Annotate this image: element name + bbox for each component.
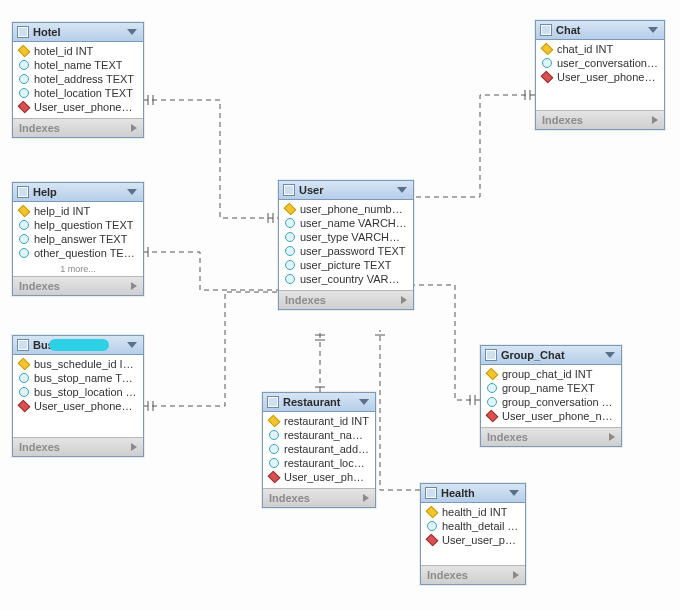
field-col: user_conversation TEXT: [536, 56, 664, 70]
field-list: group_chat_id INT group_name TEXT group_…: [481, 365, 621, 427]
field-list: chat_id INT user_conversation TEXT User_…: [536, 40, 664, 88]
fk-icon: [486, 410, 499, 423]
field-pk: help_id INT: [13, 204, 143, 218]
column-icon: [285, 274, 295, 284]
indexes-section[interactable]: Indexes: [421, 565, 525, 584]
collapse-icon[interactable]: [648, 27, 658, 33]
field-fk: User_user_phon...: [421, 533, 525, 547]
entity-bus[interactable]: Bus bus_schedule_id INT bus_stop_name TE…: [12, 335, 144, 457]
column-icon: [285, 232, 295, 242]
key-icon: [426, 506, 439, 519]
column-icon: [269, 444, 279, 454]
table-icon: [540, 24, 552, 36]
field-col: group_name TEXT: [481, 381, 621, 395]
expand-icon: [363, 494, 369, 502]
entity-title: Restaurant: [283, 396, 355, 408]
expand-icon: [131, 282, 137, 290]
collapse-icon[interactable]: [359, 399, 369, 405]
indexes-section[interactable]: Indexes: [13, 276, 143, 295]
entity-user[interactable]: User user_phone_number VAR... user_name …: [278, 180, 414, 310]
entity-health[interactable]: Health health_id INT health_detail TEXT …: [420, 483, 526, 585]
column-icon: [19, 387, 29, 397]
more-fields-label[interactable]: 1 more...: [13, 264, 143, 276]
key-icon: [541, 43, 554, 56]
field-col: user_password TEXT: [279, 244, 413, 258]
column-icon: [487, 383, 497, 393]
column-icon: [427, 521, 437, 531]
key-icon: [18, 205, 31, 218]
table-icon: [267, 396, 279, 408]
column-icon: [19, 373, 29, 383]
entity-header[interactable]: Health: [421, 484, 525, 503]
column-icon: [269, 430, 279, 440]
field-col: restaurant_address...: [263, 442, 375, 456]
indexes-section[interactable]: Indexes: [536, 110, 664, 129]
column-icon: [269, 458, 279, 468]
entity-title: Help: [33, 186, 123, 198]
entity-hotel[interactable]: Hotel hotel_id INT hotel_name TEXT hotel…: [12, 22, 144, 138]
expand-icon: [609, 433, 615, 441]
entity-restaurant[interactable]: Restaurant restaurant_id INT restaurant_…: [262, 392, 376, 508]
entity-header[interactable]: User: [279, 181, 413, 200]
redaction-mark: [49, 339, 109, 351]
expand-icon: [513, 571, 519, 579]
fk-icon: [268, 471, 281, 484]
field-col: user_picture TEXT: [279, 258, 413, 272]
indexes-section[interactable]: Indexes: [481, 427, 621, 446]
expand-icon: [401, 296, 407, 304]
indexes-section[interactable]: Indexes: [13, 118, 143, 137]
entity-chat[interactable]: Chat chat_id INT user_conversation TEXT …: [535, 20, 665, 130]
indexes-section[interactable]: Indexes: [13, 437, 143, 456]
field-list: bus_schedule_id INT bus_stop_name TEXT b…: [13, 355, 143, 417]
field-col: bus_stop_name TEXT: [13, 371, 143, 385]
collapse-icon[interactable]: [127, 342, 137, 348]
fk-icon: [541, 71, 554, 84]
field-list: help_id INT help_question TEXT help_answ…: [13, 202, 143, 264]
field-fk: User_user_phone_numb...: [13, 100, 143, 114]
field-list: restaurant_id INT restaurant_name T... r…: [263, 412, 375, 488]
field-col: help_answer TEXT: [13, 232, 143, 246]
key-icon: [486, 368, 499, 381]
table-icon: [425, 487, 437, 499]
entity-title: Group_Chat: [501, 349, 601, 361]
field-list: user_phone_number VAR... user_name VARCH…: [279, 200, 413, 290]
table-icon: [283, 184, 295, 196]
column-icon: [542, 58, 552, 68]
column-icon: [19, 60, 29, 70]
indexes-section[interactable]: Indexes: [279, 290, 413, 309]
entity-header[interactable]: Restaurant: [263, 393, 375, 412]
collapse-icon[interactable]: [509, 490, 519, 496]
field-pk: health_id INT: [421, 505, 525, 519]
fk-icon: [18, 400, 31, 413]
column-icon: [285, 246, 295, 256]
entity-title: Hotel: [33, 26, 123, 38]
key-icon: [18, 358, 31, 371]
collapse-icon[interactable]: [127, 29, 137, 35]
field-col: health_detail TEXT: [421, 519, 525, 533]
column-icon: [19, 74, 29, 84]
expand-icon: [131, 124, 137, 132]
fk-icon: [18, 101, 31, 114]
entity-header[interactable]: Help: [13, 183, 143, 202]
table-icon: [17, 339, 29, 351]
field-col: bus_stop_location TEXT: [13, 385, 143, 399]
field-fk: User_user_phone_numb...: [481, 409, 621, 423]
entity-header[interactable]: Group_Chat: [481, 346, 621, 365]
collapse-icon[interactable]: [605, 352, 615, 358]
indexes-section[interactable]: Indexes: [263, 488, 375, 507]
entity-header[interactable]: Hotel: [13, 23, 143, 42]
entity-help[interactable]: Help help_id INT help_question TEXT help…: [12, 182, 144, 296]
field-list: hotel_id INT hotel_name TEXT hotel_addre…: [13, 42, 143, 118]
collapse-icon[interactable]: [127, 189, 137, 195]
column-icon: [19, 234, 29, 244]
entity-group-chat[interactable]: Group_Chat group_chat_id INT group_name …: [480, 345, 622, 447]
field-col: restaurant_location...: [263, 456, 375, 470]
entity-header[interactable]: Chat: [536, 21, 664, 40]
field-pk: chat_id INT: [536, 42, 664, 56]
column-icon: [285, 218, 295, 228]
field-col: help_question TEXT: [13, 218, 143, 232]
column-icon: [19, 88, 29, 98]
er-diagram-canvas: { "indexes_label": "Indexes", "more_labe…: [0, 0, 680, 610]
collapse-icon[interactable]: [397, 187, 407, 193]
field-pk: user_phone_number VAR...: [279, 202, 413, 216]
